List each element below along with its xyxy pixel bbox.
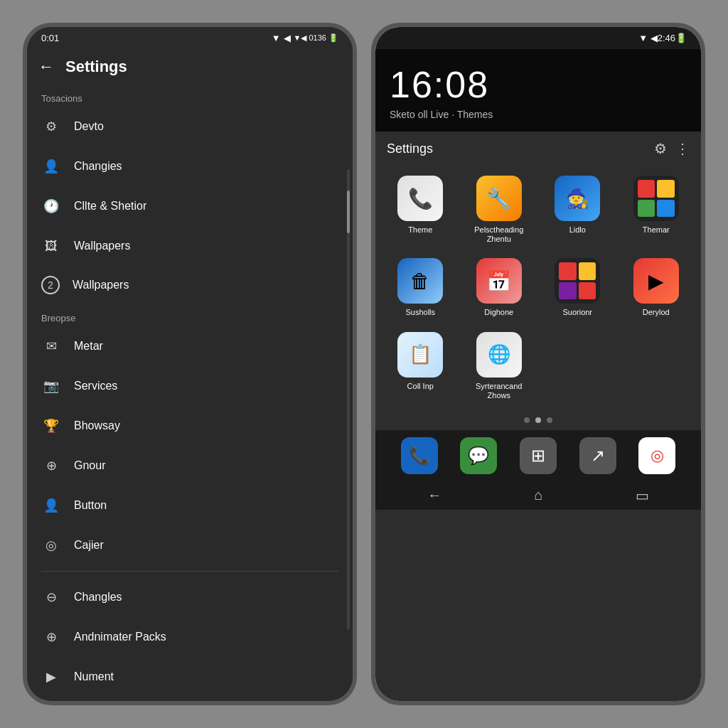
nument-icon: ▶ [41, 667, 61, 687]
syrter-app-label: Syrterancand Zhows [464, 382, 535, 400]
menu-nument[interactable]: ▶ Nument [27, 657, 353, 697]
wallpapers2-icon: 2 [41, 276, 60, 294]
page-indicator [375, 410, 701, 430]
menu-services-label: Services [74, 380, 117, 392]
settings-title: Settings [65, 58, 127, 76]
clock-subtitle: Sketo oll Live · Themes [390, 109, 687, 120]
changles-icon: ⊖ [41, 587, 61, 607]
left-phone: 0:01 ▼ ◀ ▼◀ 0136 🔋 ← Settings Tosacions … [23, 23, 357, 705]
dock-apps[interactable]: ⊞ [520, 437, 557, 474]
cajier-icon: ◎ [41, 535, 61, 555]
wallpaper-area: 16:08 Sketo oll Live · Themes [375, 49, 701, 132]
nav-back-button[interactable]: ← [427, 487, 441, 503]
menu-wallpapers1-label: Wallpapers [74, 240, 130, 252]
drawer-title: Settings [387, 141, 433, 156]
dock-apps-icon: ⊞ [531, 446, 545, 466]
menu-andnimater[interactable]: ⊕ Andnimater Packs [27, 617, 353, 657]
settings-header: ← Settings [27, 49, 353, 85]
menu-metar[interactable]: ✉ Metar [27, 326, 353, 366]
app-suorionr[interactable]: Suorionr [541, 254, 614, 321]
app-collinp[interactable]: 📋 Coll Inp [384, 328, 457, 405]
left-time: 0:01 [41, 33, 59, 43]
right-wifi-icon: ▼ ◀ [638, 33, 657, 43]
collinp-app-icon: 📋 [397, 332, 443, 378]
wallpapers1-icon: 🖼 [41, 236, 61, 256]
menu-gnour-label: Gnour [74, 459, 105, 472]
menu-bhowsay-label: Bhowsay [74, 419, 120, 432]
derylod-app-icon: ▶ [633, 258, 679, 304]
menu-metar-label: Metar [74, 340, 103, 353]
dot-2 [535, 417, 541, 423]
dock-browser[interactable]: ↗ [579, 437, 616, 474]
app-syrter[interactable]: 🌐 Syrterancand Zhows [463, 328, 536, 405]
pelect-app-icon: 🔧 [476, 176, 522, 221]
gnour-icon: ⊕ [41, 456, 61, 476]
section-label-breospe: Breopse [27, 304, 353, 326]
app-dighone[interactable]: 📅 Dighone [463, 254, 536, 321]
right-battery-icon: 🔋 [675, 33, 687, 43]
app-susholls[interactable]: 🗑 Susholls [384, 254, 457, 321]
dighone-app-icon: 📅 [476, 258, 522, 304]
metar-icon: ✉ [41, 336, 61, 356]
changies-icon: 👤 [41, 156, 61, 176]
app-theme[interactable]: 📞 Theme [384, 171, 457, 248]
app-dock: 📞 💬 ⊞ ↗ ◎ [375, 430, 701, 481]
susholls-app-label: Susholls [405, 308, 435, 317]
dock-phone[interactable]: 📞 [401, 437, 438, 474]
dock-chrome[interactable]: ◎ [638, 437, 675, 474]
dock-phone-icon: 📞 [409, 446, 430, 466]
menu-cajier[interactable]: ◎ Cajier [27, 525, 353, 565]
settings-gear-icon[interactable]: ⚙ [654, 140, 667, 157]
derylod-app-label: Derylod [643, 308, 670, 317]
left-status-bar: 0:01 ▼ ◀ ▼◀ 0136 🔋 [27, 27, 353, 49]
scrollbar-track [347, 169, 350, 630]
clock-display: 16:08 [390, 63, 687, 106]
menu-cllete-label: Cllte & Shetior [74, 200, 146, 213]
signal-icon: ◀ [284, 33, 291, 43]
lidlo-app-label: Lidlo [569, 225, 586, 235]
menu-devto[interactable]: ⚙ Devto [27, 107, 353, 146]
menu-gnour[interactable]: ⊕ Gnour [27, 446, 353, 486]
menu-cllete[interactable]: 🕐 Cllte & Shetior [27, 186, 353, 226]
nav-bar: ← ⌂ ▭ [375, 481, 701, 510]
back-button[interactable]: ← [38, 58, 54, 76]
dock-chrome-icon: ◎ [651, 446, 664, 465]
app-grid: 📞 Theme 🔧 Pelsctheading Zhentu 🧙 Lidlo [375, 166, 701, 410]
menu-button[interactable]: 👤 Button [27, 486, 353, 525]
app-pelect[interactable]: 🔧 Pelsctheading Zhentu [463, 171, 536, 248]
menu-changles[interactable]: ⊖ Changles [27, 577, 353, 617]
right-status-bar: ▼ ◀ 2:46 🔋 [375, 27, 701, 49]
right-time: 2:46 [658, 33, 675, 43]
app-lidlo[interactable]: 🧙 Lidlo [541, 171, 614, 248]
lidlo-app-icon: 🧙 [555, 176, 600, 221]
syrter-app-icon: 🌐 [476, 332, 522, 378]
menu-changies[interactable]: 👤 Changies [27, 146, 353, 186]
menu-services[interactable]: 📷 Services [27, 366, 353, 406]
nav-recents-button[interactable]: ▭ [636, 487, 649, 504]
scrollbar-thumb [347, 191, 350, 233]
menu-changles-label: Changles [74, 591, 122, 604]
suorionr-app-icon [555, 258, 600, 304]
app-derylod[interactable]: ▶ Derylod [620, 254, 693, 321]
menu-nument-label: Nument [74, 670, 114, 683]
app-themar[interactable]: Themar [620, 171, 693, 248]
menu-wallpapers2[interactable]: 2 Wallpapers [27, 266, 353, 304]
menu-bhowsay[interactable]: 🏆 Bhowsay [27, 406, 353, 446]
susholls-app-icon: 🗑 [397, 258, 443, 304]
menu-wallpapers1[interactable]: 🖼 Wallpapers [27, 226, 353, 266]
menu-wallpapers2-label: Wallpapers [73, 279, 129, 291]
app-drawer: Settings ⚙ ⋮ 📞 Theme 🔧 Pelsctheading Zhe… [375, 132, 701, 701]
left-clock-status: ▼◀ 0136 🔋 [294, 33, 338, 43]
dot-1 [524, 417, 530, 423]
dock-messages[interactable]: 💬 [460, 437, 497, 474]
dock-messages-icon: 💬 [468, 446, 489, 466]
drawer-header: Settings ⚙ ⋮ [375, 132, 701, 166]
suorionr-app-label: Suorionr [562, 308, 592, 317]
nav-home-button[interactable]: ⌂ [534, 487, 542, 503]
devto-icon: ⚙ [41, 117, 61, 136]
more-options-icon[interactable]: ⋮ [675, 140, 690, 157]
pelect-app-label: Pelsctheading Zhentu [464, 225, 535, 244]
wifi-icon: ▼ [272, 33, 281, 43]
menu-cajier-label: Cajier [74, 539, 104, 552]
bhowsay-icon: 🏆 [41, 416, 61, 436]
